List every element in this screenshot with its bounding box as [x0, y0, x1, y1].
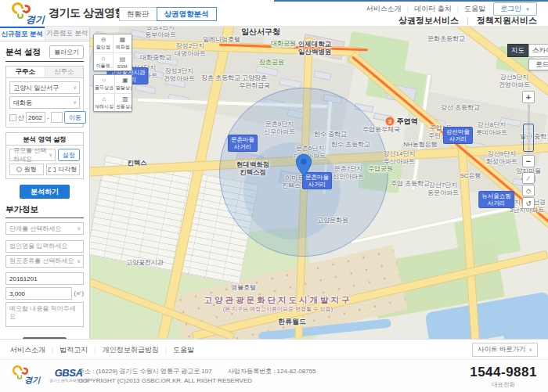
circle-shape-option[interactable]: 원형 — [9, 164, 44, 175]
logo-swirl-icon — [17, 374, 23, 379]
lot-number-input[interactable] — [26, 112, 45, 123]
zoom-in-button[interactable]: + — [522, 91, 535, 103]
tab-existing-store-analysis[interactable]: 기존점포 분석 — [45, 27, 90, 41]
link-help[interactable]: 도움말 — [464, 4, 485, 14]
store-type-select[interactable]: 점포종류를 선택하세요 ∨ — [5, 255, 84, 268]
app-window: 경기 경기도 상권영향정보 서비스 현황판 상권영향분석 서비스소개 | 데이터… — [0, 0, 548, 392]
logo-swirl-icon — [17, 13, 23, 19]
zoom-out-button[interactable]: − — [522, 155, 535, 167]
map-label: 강선7단지동문아파트 — [427, 182, 459, 196]
link-commercial-info-service[interactable]: 상권정보서비스 — [398, 16, 459, 25]
area-settings-box: 분석 영역 설정 규모를 선택하세요 ∨ 설정 원형 — [5, 132, 84, 179]
footer-address: 주소 : (16229) 경기도 수원시 영통구 광교로 107 사업자등록번호… — [78, 367, 315, 387]
map-filter-toggle-발달상권[interactable]: ▣발달상권 — [114, 75, 132, 93]
lot-number2-input[interactable] — [51, 112, 63, 123]
footer-link-service-intro[interactable]: 서비스소개 — [10, 345, 45, 355]
map-pin-marker[interactable] — [295, 153, 312, 177]
chevron-down-icon: ∨ — [77, 225, 81, 232]
map-label: 주엽공원 — [368, 165, 393, 173]
level-select[interactable]: 단계를 선택하세요 ∨ — [5, 222, 84, 235]
corp-name-input[interactable] — [5, 240, 84, 253]
map-type-skyview-button[interactable]: 스카이뷰 — [528, 44, 548, 57]
tab-dashboard[interactable]: 현황판 — [119, 7, 157, 21]
service-links: 상권정보서비스 | 정책지원서비스 — [398, 15, 537, 27]
map-label: 강선8단지롯데아파트 — [476, 121, 507, 136]
tab-impact-analysis[interactable]: 상권영향분석 — [157, 7, 217, 21]
map-filter-group: ⊖할인점▦백화점⌂아울렛▤SSM — [93, 34, 132, 71]
polygon-shape-option[interactable]: 다각형 — [46, 164, 81, 175]
map-label: (본 지구는 예정고시용이므로 변경될 수 있음) — [223, 306, 333, 312]
goodmorning-gyeonggi-logo[interactable]: 경기 — [11, 2, 42, 24]
reset-view-button[interactable]: ↺ — [522, 197, 535, 209]
filter-icon: ⊖ — [101, 36, 106, 43]
move-button[interactable]: 이동 — [64, 111, 86, 124]
district-select[interactable]: 고양시 일산서구 ∨ — [9, 81, 80, 94]
footer-link-privacy[interactable]: 개인정보취급방침 — [103, 345, 159, 355]
filter-icon: ○ — [103, 77, 106, 84]
login-button[interactable]: 로그인 ▼ — [493, 2, 537, 16]
site-shortcut-select[interactable]: 사이트 바로가기 ∨ — [472, 343, 538, 357]
san-checkbox[interactable] — [9, 114, 16, 121]
map-label: 문화초등학교 — [427, 35, 465, 43]
map-canvas[interactable]: 일산서구청장성1단지동부아파트밀레니엄호텔인제대학교일산백병원대화공원장성2단지… — [90, 27, 548, 339]
footer-link-legal[interactable]: 법적고지 — [59, 345, 88, 355]
circle-icon — [16, 167, 22, 172]
tab-old-address[interactable]: 구주소 — [6, 67, 45, 77]
map-filter-toggle-아울렛[interactable]: ⌂아울렛 — [94, 52, 113, 70]
map-filter-toggle-골목상권[interactable]: ○골목상권 — [94, 75, 114, 93]
link-data-source[interactable]: 데이터 출처 — [414, 4, 452, 14]
analysis-sidebar: 신규점포 분석 기존점포 분석 분석 설정 불러오기 구주소 신주소 고양시 일… — [0, 27, 90, 339]
map-label: 고양관광문화단지도시개발지구 — [204, 295, 352, 305]
filter-icon: ▣ — [122, 77, 128, 84]
footer-goodmorning-gyeonggi-logo: 경기 — [12, 365, 38, 384]
measure-distance-button[interactable]: ∕ — [522, 172, 535, 184]
area-settings-heading: 분석 영역 설정 — [6, 133, 83, 146]
floor-area-input[interactable] — [5, 287, 72, 300]
footer-link-help[interactable]: 도움말 — [173, 345, 194, 355]
phone-label: 대표전화 — [470, 381, 537, 389]
map-filter-panel: ⊖할인점▦백화점⌂아울렛▤SSM○골목상권▣발달상권⌂재래시장▥전통상점 — [93, 34, 132, 115]
tab-new-address[interactable]: 신주소 — [45, 67, 84, 77]
map-subway-station-label: 3주엽역 — [386, 117, 418, 126]
phone-number: 1544-9881 — [470, 365, 537, 380]
map-filter-toggle-할인점[interactable]: ⊖할인점 — [94, 34, 113, 52]
open-date-input[interactable] — [5, 272, 84, 285]
analyze-button[interactable]: 분석하기 — [20, 185, 70, 199]
map-label: 대화공원 — [271, 40, 296, 48]
map-label: NH농협은행 — [403, 141, 438, 149]
map-label: 고양장촌우편취급국 — [239, 74, 270, 89]
map-label: 한류월드 — [278, 318, 306, 326]
load-button[interactable]: 불러오기 — [49, 45, 84, 59]
filter-icon: ▤ — [120, 56, 126, 63]
footer-links-bar: 서비스소개 | 법적고지 | 개인정보취급방침 | 도움말 사이트 바로가기 ∨ — [0, 339, 548, 359]
map-label: 고양문화원 — [317, 217, 348, 225]
map-filter-toggle-재래시장[interactable]: ⌂재래시장 — [94, 93, 114, 111]
map-type-map-button[interactable]: 지도 — [507, 44, 528, 57]
tab-new-store-analysis[interactable]: 신규점포 분석 — [0, 27, 45, 41]
map-label: 장성3단지건영아파트 — [164, 67, 195, 82]
map-filter-toggle-전통상점[interactable]: ▥전통상점 — [114, 93, 132, 111]
utility-links: 서비스소개 | 데이터 출처 | 도움말 로그인 ▼ — [366, 2, 537, 16]
chevron-down-icon: ▼ — [525, 7, 530, 12]
scale-select[interactable]: 규모를 선택하세요 ∨ — [9, 149, 56, 161]
map-filter-group: ○골목상권▣발달상권⌂재래시장▥전통상점 — [93, 74, 132, 112]
map-label: 강선 초등학교 — [441, 104, 480, 112]
filter-icon: ⌂ — [102, 55, 106, 62]
measure-area-button[interactable]: ◇ — [522, 185, 535, 196]
map-filter-toggle-백화점[interactable]: ▦백화점 — [113, 34, 132, 52]
subway-line-3-icon: 3 — [386, 117, 395, 126]
dong-select[interactable]: 대화동 ∨ — [9, 96, 80, 109]
zoom-slider-handle[interactable] — [523, 124, 534, 152]
logo-text: 경기 — [26, 13, 45, 27]
map-filter-toggle-SSM[interactable]: ▤SSM — [113, 52, 132, 70]
filter-icon: ▦ — [120, 36, 126, 43]
map-label: 장성2단지대명아파트 — [175, 42, 206, 57]
map-type-roadmap-button[interactable]: 로드맵 — [528, 59, 548, 70]
link-policy-support-service[interactable]: 정책지원서비스 — [477, 16, 537, 25]
map-label: 킨텍스 — [127, 159, 147, 167]
memo-textarea[interactable] — [5, 302, 84, 327]
set-button[interactable]: 설정 — [58, 149, 80, 161]
footer-phone: 1544-9881 대표전화 — [470, 365, 537, 389]
link-service-intro[interactable]: 서비스소개 — [366, 4, 402, 14]
divider — [5, 61, 84, 62]
